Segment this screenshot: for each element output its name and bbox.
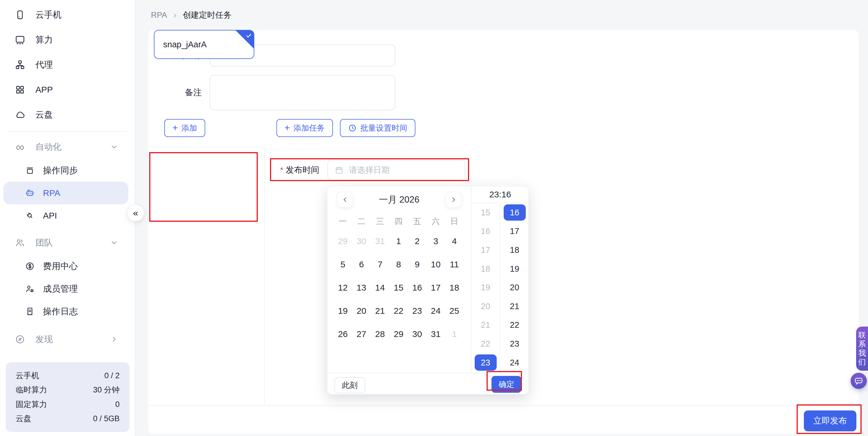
chat-bubble-button[interactable]	[850, 373, 867, 389]
sidebar-group-automation[interactable]: ∞ 自动化	[0, 135, 135, 159]
calendar-day[interactable]: 29	[389, 322, 408, 346]
sidebar-item-billing[interactable]: 费用中心	[0, 255, 135, 278]
calendar-day[interactable]: 9	[408, 253, 427, 276]
calendar-day[interactable]: 19	[334, 299, 352, 322]
calendar-day[interactable]: 6	[352, 253, 371, 276]
minute-option[interactable]: 18	[500, 241, 529, 259]
minute-option[interactable]: 19	[500, 259, 529, 278]
calendar-day[interactable]: 27	[352, 322, 371, 346]
calendar-day[interactable]: 31	[371, 229, 389, 253]
minute-option[interactable]: 24	[500, 353, 529, 372]
hour-column[interactable]: 15 16 17 18 19 20 21 22	[471, 203, 500, 372]
remark-textarea[interactable]	[210, 75, 395, 110]
sidebar-collapse-button[interactable]: «	[127, 205, 144, 221]
minute-option[interactable]: 17	[500, 222, 529, 241]
calendar-day[interactable]: 18	[445, 276, 464, 299]
monitor-icon	[14, 34, 26, 45]
breadcrumb: RPA › 创建定时任务	[151, 9, 232, 22]
hour-option[interactable]: 18	[471, 259, 500, 278]
calendar-day[interactable]: 2	[408, 229, 427, 253]
weekday-label: 四	[389, 217, 408, 226]
sidebar: 云手机 算力 代理 APP 云盘	[0, 0, 135, 436]
hour-option[interactable]: 15	[471, 203, 500, 222]
calendar-day[interactable]: 20	[352, 299, 371, 322]
sidebar-item-app[interactable]: APP	[0, 77, 135, 102]
sidebar-item-cloud-disk[interactable]: 云盘	[0, 102, 135, 127]
sidebar-item-op-sync[interactable]: 操作同步	[0, 159, 135, 182]
sidebar-item-members[interactable]: 成员管理	[0, 278, 135, 300]
minute-option[interactable]: 23	[500, 334, 529, 353]
calendar-day[interactable]: 10	[427, 253, 445, 276]
sidebar-item-cloud-phone[interactable]: 云手机	[0, 2, 135, 27]
calendar-day[interactable]: 22	[389, 299, 408, 322]
calendar-day[interactable]: 25	[445, 299, 464, 322]
hour-option[interactable]: 23	[471, 353, 500, 372]
calendar-day[interactable]: 24	[427, 299, 445, 322]
publish-now-button[interactable]: 立即发布	[804, 410, 857, 431]
task-item[interactable]: snap_jAarA	[154, 30, 254, 59]
weekday-label: 六	[427, 217, 445, 226]
calendar-day[interactable]: 17	[427, 276, 445, 299]
contact-us-label: 联系我们	[858, 331, 866, 367]
next-month-button[interactable]	[445, 192, 461, 208]
hour-option[interactable]: 16	[471, 222, 500, 241]
hour-option[interactable]: 17	[471, 241, 500, 259]
usage-row: 临时算力 30 分钟	[16, 384, 120, 396]
calendar-day[interactable]: 28	[371, 322, 389, 346]
chevron-down-icon	[110, 238, 119, 247]
minute-column[interactable]: 16 17 18 19 20 21 22 23	[500, 203, 529, 372]
hour-option[interactable]: 19	[471, 278, 500, 297]
calendar-day[interactable]: 14	[371, 276, 389, 299]
calendar-day[interactable]: 12	[334, 276, 352, 299]
minute-option[interactable]: 21	[500, 297, 529, 316]
sidebar-group-team[interactable]: 团队	[0, 230, 135, 255]
calendar-day[interactable]: 3	[427, 229, 445, 253]
calendar-day[interactable]: 30	[352, 229, 371, 253]
footer-divider	[148, 405, 859, 406]
dollar-coin-icon	[25, 261, 35, 271]
calendar-day[interactable]: 16	[408, 276, 427, 299]
sidebar-item-op-log[interactable]: 操作日志	[0, 300, 135, 323]
breadcrumb-root[interactable]: RPA	[151, 10, 167, 20]
add-button[interactable]: + 添加	[164, 119, 205, 137]
plus-icon: +	[284, 123, 290, 132]
add-task-button[interactable]: + 添加任务	[276, 119, 333, 137]
calendar-day[interactable]: 8	[389, 253, 408, 276]
confirm-button[interactable]: 确定	[492, 376, 521, 393]
publish-date-input[interactable]: 请选择日期	[328, 160, 465, 180]
calendar-day[interactable]: 5	[334, 253, 352, 276]
calendar-day[interactable]: 1	[389, 229, 408, 253]
calendar-day[interactable]: 23	[408, 299, 427, 322]
chevron-right-icon	[110, 335, 119, 344]
calendar-day[interactable]: 29	[334, 229, 352, 253]
calendar-day[interactable]: 26	[334, 322, 352, 346]
calendar-day[interactable]: 1	[445, 322, 464, 346]
calendar-day[interactable]: 21	[371, 299, 389, 322]
calendar-day[interactable]: 4	[445, 229, 464, 253]
hour-option[interactable]: 20	[471, 297, 500, 316]
calendar-day[interactable]: 30	[408, 322, 427, 346]
sidebar-item-compute[interactable]: 算力	[0, 27, 135, 52]
batch-set-time-button[interactable]: 批量设置时间	[340, 119, 415, 137]
contact-us-tab[interactable]: 联系我们	[856, 326, 868, 371]
minute-option[interactable]: 20	[500, 278, 529, 297]
sidebar-divider	[7, 131, 128, 132]
minute-option[interactable]: 16	[500, 203, 529, 222]
sidebar-item-api[interactable]: API	[0, 205, 135, 227]
weekday-label: 五	[408, 217, 427, 226]
minute-option[interactable]: 22	[500, 316, 529, 335]
hour-option[interactable]: 22	[471, 334, 500, 353]
calendar-day[interactable]: 31	[427, 322, 445, 346]
selected-time-display: 23:16	[471, 186, 529, 203]
hour-option[interactable]: 21	[471, 316, 500, 335]
now-button[interactable]: 此刻	[334, 377, 365, 393]
calendar-day[interactable]: 7	[371, 253, 389, 276]
calendar-day[interactable]: 15	[389, 276, 408, 299]
usage-row: 云盘 0 / 5GB	[16, 413, 120, 425]
calendar-day[interactable]: 13	[352, 276, 371, 299]
sidebar-item-rpa[interactable]: RPA	[3, 182, 128, 205]
sidebar-item-discover[interactable]: 发现	[0, 327, 135, 352]
sidebar-item-proxy[interactable]: 代理	[0, 52, 135, 77]
task-name: snap_jAarA	[163, 40, 207, 49]
calendar-day[interactable]: 11	[445, 253, 464, 276]
